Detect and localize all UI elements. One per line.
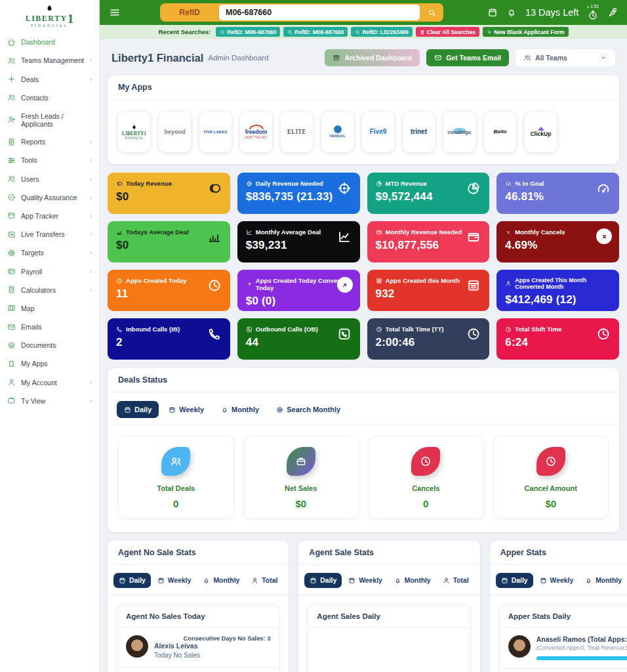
stat-card-total-talk-time[interactable]: Total Talk Time (TT) 2:00:46 [367, 318, 490, 360]
sidebar-item-map[interactable]: Map [0, 299, 99, 318]
sidebar-item-deals[interactable]: Deals› [0, 70, 99, 89]
calendar-icon[interactable] [487, 7, 498, 18]
tab-weekly[interactable]: Weekly [152, 573, 197, 588]
clear-all-searches-button[interactable]: Clear All Searches [416, 27, 479, 37]
sidebar-item-my-account[interactable]: My Account› [0, 373, 99, 392]
stat-card-daily-revenue-needed[interactable]: Daily Revenue Needed $836,735 (21.33) [237, 173, 360, 214]
bell-icon [203, 577, 210, 584]
app-tile-balto[interactable]: Balto [484, 112, 516, 152]
tab-weekly[interactable]: Weekly [161, 401, 211, 418]
sidebar-item-fresh-leads[interactable]: Fresh Leads / Applicants [0, 107, 99, 133]
agent-name: Alexis Leivas [154, 642, 270, 650]
app-tile-liberty1[interactable]: LIBERTY1FINANCIAL [118, 112, 150, 152]
sidebar-item-tv-view[interactable]: Tv View› [0, 392, 99, 410]
line-chart-icon [246, 229, 253, 236]
stat-card-today-revenue[interactable]: Today Revenue $0 [108, 173, 230, 214]
refid-search-input[interactable] [219, 5, 420, 20]
total-deals-tile[interactable]: Total Deals 0 [118, 436, 234, 519]
sidebar-item-teams-management[interactable]: Teams Management› [0, 51, 99, 70]
archived-dashboard-button[interactable]: Archived Dashboard [325, 49, 420, 66]
app-tile-financial[interactable]: FINANCIAL [321, 112, 354, 152]
sidebar-item-users[interactable]: Users› [0, 170, 99, 188]
sidebar-item-label: Teams Management [21, 56, 84, 64]
stat-card-outbound-calls[interactable]: Outbound Calls (OB) 44 [237, 318, 360, 360]
tab-daily[interactable]: Daily [496, 573, 533, 588]
stat-card-apps-created-month-converted[interactable]: Apps Created This Month Converted Month … [496, 270, 619, 311]
stat-card-apps-created-today-converted[interactable]: Apps Created Today Converted Today $0 (0… [237, 270, 360, 311]
tab-monthly[interactable]: Monthly [389, 573, 436, 588]
tab-weekly[interactable]: Weekly [535, 573, 579, 588]
stat-card-mtd-revenue[interactable]: MTD Revenue $9,572,444 [367, 173, 490, 214]
tab-monthly[interactable]: Monthly [197, 573, 245, 588]
get-teams-email-button[interactable]: Get Teams Email [426, 49, 509, 66]
shift-timer[interactable]: 1:51 [587, 5, 599, 20]
clock-icon [207, 278, 222, 293]
stat-card-todays-average-deal[interactable]: Todays Average Deal $0 [108, 221, 230, 262]
tab-daily[interactable]: Daily [117, 401, 159, 418]
app-tile-five9[interactable]: Five9 [362, 112, 394, 152]
tab-total[interactable]: Total [246, 573, 283, 588]
sidebar-item-targets[interactable]: Targets› [0, 243, 99, 262]
stat-card-apps-created-this-month[interactable]: Apps Created this Month 932 [367, 270, 490, 311]
tab-monthly[interactable]: Monthly [580, 573, 627, 588]
rocket-avatar-icon[interactable] [607, 7, 618, 18]
recent-search-badge[interactable]: RefID: L02263499 [351, 27, 412, 37]
tab-search-monthly[interactable]: Search Monthly [269, 401, 348, 418]
users-icon [7, 175, 16, 183]
stat-card-total-shift-time[interactable]: Total Shift Time 6:24 [496, 318, 619, 360]
clock-leaf-icon [536, 447, 565, 476]
tab-daily[interactable]: Daily [113, 573, 151, 588]
sidebar-item-contacts[interactable]: Contacts [0, 89, 99, 107]
sidebar-item-documents[interactable]: Documents [0, 336, 99, 354]
app-tile-elite[interactable]: ELITE [281, 112, 313, 152]
tab-weekly[interactable]: Weekly [343, 573, 388, 588]
sidebar-item-payroll[interactable]: Payroll› [0, 262, 99, 280]
cancels-tile[interactable]: Cancels 0 [368, 436, 484, 519]
avatar [508, 635, 531, 658]
tab-daily[interactable]: Daily [304, 573, 342, 588]
bell-icon[interactable] [506, 7, 517, 18]
sidebar-item-dashboard[interactable]: Dashboard [0, 33, 99, 51]
stat-card-percent-to-goal[interactable]: % to Goal 46.81% [496, 173, 619, 214]
sidebar-item-emails[interactable]: Emails [0, 318, 99, 336]
app-tile-freedom[interactable]: freedomDEBT RELIEF [240, 112, 272, 152]
clickup-mark [538, 127, 544, 131]
stat-card-apps-created-today[interactable]: Apps Created Today 11 [108, 270, 230, 311]
sidebar-item-label: My Account [21, 379, 57, 387]
apper-stats-panel: Apper Stats Daily Anaseli Ramos (Total A… [499, 604, 627, 672]
app-tile-cloudingo[interactable]: cloudingo [443, 112, 475, 152]
sidebar-item-my-apps[interactable]: My Apps [0, 354, 99, 373]
mail-icon [7, 323, 16, 331]
sidebar-item-calculators[interactable]: Calculators› [0, 281, 99, 299]
tab-monthly[interactable]: Monthly [214, 401, 266, 418]
agent-row[interactable]: Consecutive Days No Sales: 3 Alexis Leiv… [117, 628, 279, 667]
sidebar-item-live-transfers[interactable]: Live Transfers› [0, 225, 99, 243]
app-tile-beyond[interactable]: beyond [159, 112, 191, 152]
new-blank-applicant-button[interactable]: New Blank Applicant Form [483, 27, 568, 37]
deals-status-tabs: Daily Weekly Monthly Search Monthly [108, 392, 619, 425]
app-tile-five-lakes[interactable]: FIVE LAKES [199, 112, 232, 152]
cancel-amount-tile[interactable]: Cancel Amount $0 [493, 436, 609, 519]
all-teams-select[interactable]: All Teams [516, 49, 615, 66]
app-tile-trinet[interactable]: trinet [403, 112, 435, 152]
recent-search-badge[interactable]: RefID: M06-687660 [216, 27, 280, 37]
sidebar-item-quality-assurance[interactable]: Quality Assurance› [0, 188, 99, 207]
stat-card-monthly-revenue-needed[interactable]: Monthly Revenue Needed $10,877,556 [367, 221, 490, 262]
clock-icon [420, 455, 432, 467]
liberty1-logo[interactable]: LIBERTY1 FINANCIAL [0, 0, 99, 33]
tab-total[interactable]: Total [437, 573, 474, 588]
stat-card-monthly-cancels[interactable]: Monthly Cancels 4.69% [496, 221, 619, 262]
recent-search-badge[interactable]: RefID: M06-687660 [283, 27, 348, 37]
app-tile-clickup[interactable]: ClickUp [525, 112, 557, 152]
stat-card-inbound-calls[interactable]: Inbound Calls (IB) 2 [108, 318, 230, 360]
search-button[interactable] [420, 3, 443, 22]
agent-row[interactable]: Consecutive Days No Sales: 1 Andrew Broo… [117, 667, 279, 672]
net-sales-tile[interactable]: Net Sales $0 [243, 436, 359, 519]
menu-toggle-icon[interactable] [109, 7, 121, 18]
topbar: RefID 13 Days Left 1:51 [100, 0, 627, 25]
sidebar-item-tools[interactable]: Tools› [0, 151, 99, 169]
stat-card-monthly-average-deal[interactable]: Monthly Average Deal $39,231 [237, 221, 360, 262]
sidebar-item-app-tracker[interactable]: App Tracker› [0, 207, 99, 225]
sidebar-item-reports[interactable]: Reports› [0, 133, 99, 151]
apper-row[interactable]: Anaseli Ramos (Total Apps:3) (Converted … [500, 628, 627, 669]
